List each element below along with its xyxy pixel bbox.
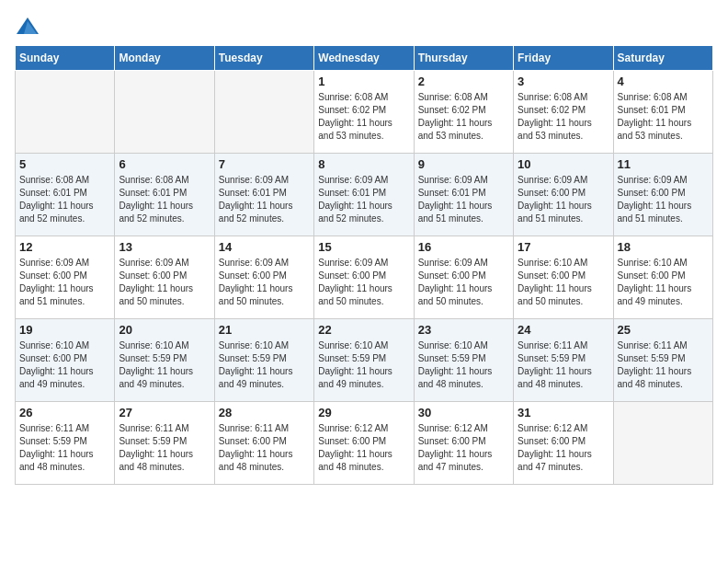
weekday-header: Wednesday [314,46,414,71]
day-number: 10 [518,157,609,171]
day-number: 13 [119,240,210,254]
day-number: 23 [418,323,509,337]
calendar-cell: 11Sunrise: 6:09 AMSunset: 6:00 PMDayligh… [613,154,712,236]
day-number: 2 [418,75,509,88]
calendar-cell: 7Sunrise: 6:09 AMSunset: 6:01 PMDaylight… [214,154,313,236]
day-number: 20 [119,323,210,337]
logo [15,15,40,34]
calendar-cell: 5Sunrise: 6:08 AMSunset: 6:01 PMDaylight… [16,154,115,236]
day-info: Sunrise: 6:11 AMSunset: 5:59 PMDaylight:… [618,339,709,391]
day-number: 28 [219,406,310,419]
calendar-cell: 19Sunrise: 6:10 AMSunset: 6:00 PMDayligh… [16,319,115,402]
calendar-cell: 8Sunrise: 6:09 AMSunset: 6:01 PMDaylight… [314,154,414,236]
day-info: Sunrise: 6:10 AMSunset: 5:59 PMDaylight:… [318,339,409,391]
day-number: 25 [618,323,709,337]
calendar-cell: 2Sunrise: 6:08 AMSunset: 6:02 PMDaylight… [414,71,513,154]
calendar-cell: 27Sunrise: 6:11 AMSunset: 5:59 PMDayligh… [115,402,214,485]
calendar-cell: 23Sunrise: 6:10 AMSunset: 5:59 PMDayligh… [414,319,513,402]
calendar-cell: 16Sunrise: 6:09 AMSunset: 6:00 PMDayligh… [414,236,513,319]
calendar-cell: 15Sunrise: 6:09 AMSunset: 6:00 PMDayligh… [314,236,414,319]
calendar-week-row: 1Sunrise: 6:08 AMSunset: 6:02 PMDaylight… [16,71,713,154]
day-number: 17 [518,240,609,254]
day-number: 7 [219,157,310,171]
day-info: Sunrise: 6:09 AMSunset: 6:00 PMDaylight:… [618,174,709,225]
page-header [15,15,713,34]
calendar-cell: 20Sunrise: 6:10 AMSunset: 5:59 PMDayligh… [115,319,214,402]
day-info: Sunrise: 6:09 AMSunset: 6:01 PMDaylight:… [219,174,310,225]
day-number: 15 [318,240,409,254]
day-info: Sunrise: 6:11 AMSunset: 5:59 PMDaylight:… [518,339,609,391]
day-info: Sunrise: 6:08 AMSunset: 6:02 PMDaylight:… [418,91,509,143]
calendar-cell: 12Sunrise: 6:09 AMSunset: 6:00 PMDayligh… [16,236,115,319]
day-info: Sunrise: 6:09 AMSunset: 6:01 PMDaylight:… [318,174,409,225]
day-number: 12 [19,240,110,254]
calendar-cell: 1Sunrise: 6:08 AMSunset: 6:02 PMDaylight… [314,71,414,154]
calendar-cell [16,71,115,154]
day-number: 16 [418,240,509,254]
calendar-cell: 26Sunrise: 6:11 AMSunset: 5:59 PMDayligh… [16,402,115,485]
calendar-week-row: 5Sunrise: 6:08 AMSunset: 6:01 PMDaylight… [16,154,713,236]
calendar-cell: 13Sunrise: 6:09 AMSunset: 6:00 PMDayligh… [115,236,214,319]
day-info: Sunrise: 6:08 AMSunset: 6:01 PMDaylight:… [19,174,110,225]
day-info: Sunrise: 6:09 AMSunset: 6:00 PMDaylight:… [318,257,409,308]
day-number: 1 [318,75,409,88]
day-info: Sunrise: 6:09 AMSunset: 6:00 PMDaylight:… [518,174,609,225]
day-info: Sunrise: 6:10 AMSunset: 5:59 PMDaylight:… [119,339,210,391]
day-number: 19 [19,323,110,337]
day-info: Sunrise: 6:09 AMSunset: 6:00 PMDaylight:… [19,257,110,308]
day-info: Sunrise: 6:11 AMSunset: 6:00 PMDaylight:… [219,422,310,474]
day-number: 5 [19,157,110,171]
calendar-week-row: 12Sunrise: 6:09 AMSunset: 6:00 PMDayligh… [16,236,713,319]
day-number: 3 [518,75,609,88]
calendar-cell: 30Sunrise: 6:12 AMSunset: 6:00 PMDayligh… [414,402,513,485]
calendar-cell: 18Sunrise: 6:10 AMSunset: 6:00 PMDayligh… [613,236,712,319]
weekday-header: Monday [115,46,214,71]
day-number: 31 [518,406,609,419]
day-info: Sunrise: 6:11 AMSunset: 5:59 PMDaylight:… [19,422,110,474]
calendar-week-row: 26Sunrise: 6:11 AMSunset: 5:59 PMDayligh… [16,402,713,485]
day-info: Sunrise: 6:11 AMSunset: 5:59 PMDaylight:… [119,422,210,474]
day-info: Sunrise: 6:08 AMSunset: 6:02 PMDaylight:… [518,91,609,143]
day-info: Sunrise: 6:10 AMSunset: 5:59 PMDaylight:… [219,339,310,391]
day-number: 21 [219,323,310,337]
day-info: Sunrise: 6:12 AMSunset: 6:00 PMDaylight:… [318,422,409,474]
weekday-header: Thursday [414,46,513,71]
day-info: Sunrise: 6:09 AMSunset: 6:00 PMDaylight:… [119,257,210,308]
calendar-cell: 17Sunrise: 6:10 AMSunset: 6:00 PMDayligh… [514,236,613,319]
day-info: Sunrise: 6:10 AMSunset: 6:00 PMDaylight:… [618,257,709,308]
calendar-cell [613,402,712,485]
calendar-cell: 6Sunrise: 6:08 AMSunset: 6:01 PMDaylight… [115,154,214,236]
weekday-header: Tuesday [214,46,313,71]
logo-icon [15,16,37,34]
day-info: Sunrise: 6:08 AMSunset: 6:02 PMDaylight:… [318,91,409,143]
day-number: 26 [19,406,110,419]
day-info: Sunrise: 6:09 AMSunset: 6:01 PMDaylight:… [418,174,509,225]
weekday-header-row: SundayMondayTuesdayWednesdayThursdayFrid… [16,46,713,71]
calendar-cell: 10Sunrise: 6:09 AMSunset: 6:00 PMDayligh… [514,154,613,236]
day-number: 11 [618,157,709,171]
day-number: 29 [318,406,409,419]
calendar-cell: 28Sunrise: 6:11 AMSunset: 6:00 PMDayligh… [214,402,313,485]
calendar-cell: 21Sunrise: 6:10 AMSunset: 5:59 PMDayligh… [214,319,313,402]
day-number: 22 [318,323,409,337]
day-info: Sunrise: 6:08 AMSunset: 6:01 PMDaylight:… [618,91,709,143]
day-number: 27 [119,406,210,419]
day-info: Sunrise: 6:10 AMSunset: 6:00 PMDaylight:… [19,339,110,391]
day-number: 14 [219,240,310,254]
day-number: 24 [518,323,609,337]
calendar-cell: 14Sunrise: 6:09 AMSunset: 6:00 PMDayligh… [214,236,313,319]
calendar-table: SundayMondayTuesdayWednesdayThursdayFrid… [15,45,713,485]
day-info: Sunrise: 6:09 AMSunset: 6:00 PMDaylight:… [219,257,310,308]
weekday-header: Sunday [16,46,115,71]
day-number: 6 [119,157,210,171]
day-number: 4 [618,75,709,88]
weekday-header: Friday [514,46,613,71]
day-info: Sunrise: 6:10 AMSunset: 6:00 PMDaylight:… [518,257,609,308]
day-info: Sunrise: 6:08 AMSunset: 6:01 PMDaylight:… [119,174,210,225]
calendar-cell: 31Sunrise: 6:12 AMSunset: 6:00 PMDayligh… [514,402,613,485]
weekday-header: Saturday [613,46,712,71]
calendar-cell: 25Sunrise: 6:11 AMSunset: 5:59 PMDayligh… [613,319,712,402]
day-number: 8 [318,157,409,171]
day-number: 9 [418,157,509,171]
calendar-cell: 9Sunrise: 6:09 AMSunset: 6:01 PMDaylight… [414,154,513,236]
